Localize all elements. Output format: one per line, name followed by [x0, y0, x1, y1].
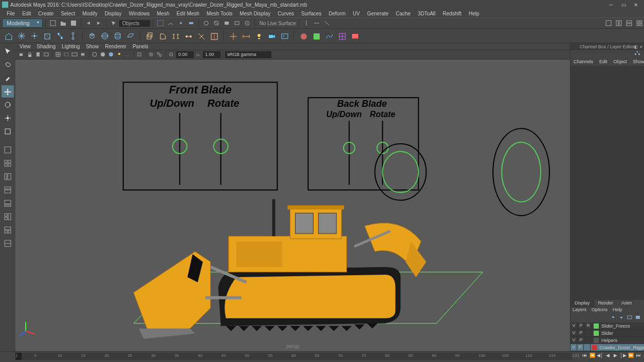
- panel-menu-panels[interactable]: Panels: [133, 44, 149, 49]
- freeze-icon[interactable]: [16, 30, 27, 42]
- layer-type-toggle[interactable]: [585, 337, 592, 344]
- panel-menu-shading[interactable]: Shading: [37, 44, 56, 49]
- lasso-tool[interactable]: [2, 59, 14, 71]
- isolate-icon[interactable]: [136, 51, 143, 59]
- play-back-icon[interactable]: ◀: [604, 353, 611, 359]
- xray-icon[interactable]: [148, 51, 155, 59]
- new-scene-icon[interactable]: [48, 18, 58, 28]
- open-scene-icon[interactable]: [59, 18, 68, 28]
- new-layer-selected-icon[interactable]: [635, 314, 642, 321]
- wireframe-icon[interactable]: [91, 51, 99, 59]
- menu-set-selector[interactable]: Modeling: [2, 18, 43, 28]
- object-tab[interactable]: Object: [611, 59, 630, 65]
- cylinder-icon[interactable]: [112, 30, 123, 42]
- anim-tab[interactable]: Anim: [617, 300, 636, 307]
- step-back-key-icon[interactable]: ⏪: [589, 353, 596, 359]
- distance-icon[interactable]: [240, 30, 251, 42]
- menu-3dtoall[interactable]: 3DToAll: [414, 11, 439, 16]
- layer-vis-toggle[interactable]: V: [571, 344, 577, 351]
- outliner-icon[interactable]: [310, 30, 322, 42]
- bookmark-icon[interactable]: [35, 51, 42, 59]
- show-tab[interactable]: Show: [630, 59, 644, 65]
- layers-menu-options[interactable]: Options: [592, 307, 608, 314]
- menu-select[interactable]: Select: [57, 11, 79, 16]
- time-slider[interactable]: 1510152025303540455055606570758085909510…: [0, 351, 644, 361]
- graph-editor-icon[interactable]: [323, 30, 335, 42]
- layout-icon-4[interactable]: [635, 18, 644, 28]
- close-button[interactable]: ✕: [630, 1, 642, 9]
- panel-menu-lighting[interactable]: Lighting: [62, 44, 80, 49]
- menu-redshift[interactable]: Redshift: [439, 11, 465, 16]
- edit-tab[interactable]: Edit: [596, 59, 611, 65]
- layer-color-swatch[interactable]: [592, 345, 597, 350]
- layer-row[interactable]: V P Helpers: [571, 337, 644, 344]
- menu-modify[interactable]: Modify: [79, 11, 101, 16]
- menu-deform[interactable]: Deform: [325, 11, 349, 16]
- camera-icon[interactable]: [266, 30, 277, 42]
- hypershade-icon[interactable]: [298, 30, 309, 42]
- render-icon[interactable]: [222, 18, 231, 28]
- viewport-persp[interactable]: Front Blade Up/Down Rotate Back Blade Up…: [15, 60, 570, 351]
- select-tool[interactable]: [2, 45, 14, 58]
- single-view-icon[interactable]: [2, 144, 14, 156]
- menu-curves[interactable]: Curves: [274, 11, 298, 16]
- layers-menu-layers[interactable]: Layers: [573, 307, 586, 314]
- layout-icon-1[interactable]: [604, 18, 613, 28]
- color-management-select[interactable]: sRGB gamma: [225, 51, 271, 58]
- layer-move-down-icon[interactable]: [618, 314, 625, 321]
- layout-preset-3[interactable]: [2, 197, 14, 209]
- render-settings-icon[interactable]: [243, 18, 252, 28]
- parent-icon[interactable]: [54, 30, 66, 42]
- layout-preset-5[interactable]: [2, 224, 14, 236]
- menu-cache[interactable]: Cache: [392, 11, 414, 16]
- maximize-button[interactable]: ▭: [617, 1, 630, 9]
- textured-icon[interactable]: [108, 51, 115, 59]
- shadows-icon[interactable]: [124, 51, 132, 59]
- step-forward-key-icon[interactable]: ⏩: [628, 353, 634, 359]
- lock-camera-icon[interactable]: [27, 51, 34, 59]
- layer-color-swatch[interactable]: [594, 338, 599, 343]
- go-to-end-icon[interactable]: ⏭: [635, 353, 642, 359]
- menu-uv[interactable]: UV: [349, 11, 363, 16]
- new-layer-icon[interactable]: [627, 314, 634, 321]
- menu-create[interactable]: Create: [34, 11, 57, 16]
- move-tool[interactable]: [2, 85, 14, 98]
- select-mode-icon[interactable]: [109, 18, 118, 28]
- layer-vis-toggle[interactable]: V: [571, 337, 578, 344]
- sphere-icon[interactable]: [99, 30, 111, 42]
- layer-row[interactable]: V P R Slider_Freeze: [571, 322, 644, 330]
- menu-windows[interactable]: Windows: [125, 11, 153, 16]
- insert-edge-icon[interactable]: [208, 30, 219, 42]
- menu-surfaces[interactable]: Surfaces: [298, 11, 325, 16]
- layer-playback-toggle[interactable]: P: [578, 322, 585, 329]
- play-forward-icon[interactable]: ▶: [612, 353, 619, 359]
- light-icon[interactable]: [253, 30, 264, 42]
- sym-y-icon[interactable]: [312, 18, 321, 28]
- four-view-icon[interactable]: [2, 157, 14, 169]
- ipr-icon[interactable]: [232, 18, 242, 28]
- menu-edit[interactable]: Edit: [19, 11, 34, 16]
- sym-x-icon[interactable]: [302, 18, 311, 28]
- layer-row[interactable]: V P Slider: [571, 330, 644, 337]
- layout-preset-4[interactable]: [2, 211, 14, 223]
- menu-help[interactable]: Help: [465, 11, 483, 16]
- layer-move-up-icon[interactable]: [610, 314, 617, 321]
- delete-history-icon[interactable]: [42, 30, 53, 42]
- menu-file[interactable]: File: [3, 11, 19, 16]
- redo-icon[interactable]: [94, 18, 103, 28]
- bridge-icon[interactable]: [170, 30, 181, 42]
- render-tab[interactable]: Render: [594, 300, 618, 307]
- channels-tab[interactable]: Channels: [571, 59, 596, 65]
- locator-icon[interactable]: [227, 30, 238, 42]
- plane-icon[interactable]: [125, 30, 136, 42]
- menu-mesh-tools[interactable]: Mesh Tools: [203, 11, 236, 16]
- center-pivot-icon[interactable]: [29, 30, 40, 42]
- layer-playback-toggle[interactable]: P: [577, 344, 584, 351]
- layout-preset-1[interactable]: [2, 170, 14, 183]
- extrude-icon[interactable]: [144, 30, 155, 42]
- scale-tool[interactable]: [2, 112, 14, 124]
- menu-generate[interactable]: Generate: [363, 11, 392, 16]
- manip-toggle-icon[interactable]: [634, 50, 641, 56]
- history-icon[interactable]: [201, 18, 211, 28]
- bevel-icon[interactable]: [157, 30, 168, 42]
